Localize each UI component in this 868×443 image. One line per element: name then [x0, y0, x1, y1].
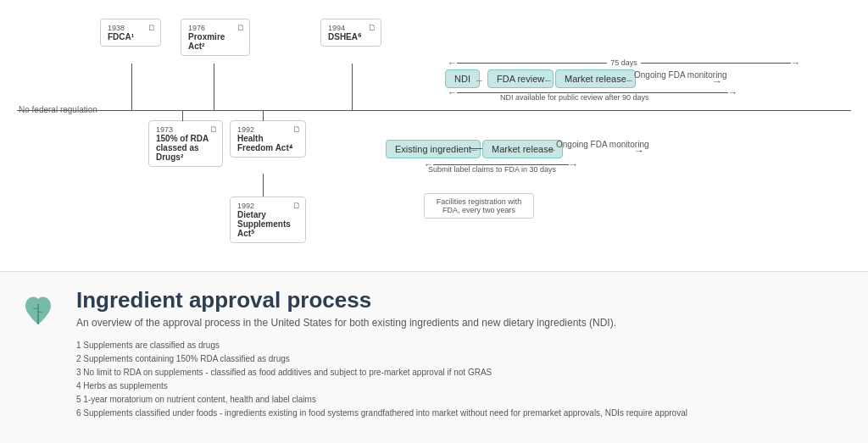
page-title: Ingredient approval process: [76, 287, 851, 313]
info-content: Ingredient approval process An overview …: [76, 287, 851, 435]
footnote-5: 5 1-year moratorium on nutrient content,…: [76, 393, 851, 407]
proxmire-card: 🗋 1976 Proxmire Act²: [181, 19, 250, 56]
dash2: –: [545, 75, 551, 86]
dash3: –: [626, 75, 632, 86]
ndi-box: NDI: [445, 69, 480, 88]
footnote-1: 1 Supplements are classified as drugs: [76, 339, 851, 352]
footnotes: 1 Supplements are classified as drugs 2 …: [76, 339, 851, 420]
doc-icon2: 🗋: [236, 23, 245, 32]
dshea-to-line: [352, 69, 353, 111]
main-timeline-line: [17, 110, 851, 111]
dash1: –: [476, 75, 482, 86]
doc-icon3: 🗋: [368, 23, 376, 32]
doc-icon: 🗋: [147, 23, 156, 32]
health-freedom-card: 🗋 1992 Health Freedom Act⁴: [230, 120, 306, 158]
info-subtitle: An overview of the approval process in t…: [76, 317, 851, 329]
fdca-vline: [131, 64, 132, 111]
footnote-2: 2 Supplements containing 150% RDA classi…: [76, 352, 851, 366]
logo: [17, 289, 59, 331]
dash5: –: [549, 144, 555, 156]
rda-vline: [182, 111, 183, 121]
proxmire-vline: [214, 64, 214, 111]
hf-vline: [263, 111, 264, 121]
doc-icon6: 🗋: [292, 201, 301, 210]
dshea-card: 🗋 1994 DSHEA⁶: [320, 19, 381, 47]
doc-icon4: 🗋: [209, 125, 218, 134]
facilities-box: Facilities registration with FDA, every …: [424, 193, 534, 219]
footnote-6: 6 Supplements classified under foods - i…: [76, 407, 851, 420]
market-release-upper-box: Market release: [555, 69, 636, 88]
fda-review-box: FDA review: [487, 69, 554, 88]
dash4: –: [471, 144, 477, 156]
timeline-area: No federal regulation 🗋 1938 FDCA¹ 🗋 197…: [0, 0, 868, 269]
footnote-4: 4 Herbs as supplements: [76, 379, 851, 393]
existing-ingredient-box: Existing ingredient: [386, 140, 481, 158]
ongoing-arrow-lower: →: [634, 145, 644, 157]
footnote-3: 3 No limit to RDA on supplements - class…: [76, 366, 851, 379]
info-section: Ingredient approval process An overview …: [0, 271, 868, 443]
fdca-card: 🗋 1938 FDCA¹: [100, 19, 161, 47]
rda-card: 🗋 1973 150% of RDA classed as Drugs²: [148, 120, 223, 167]
no-fed-label: No federal regulation: [19, 105, 97, 114]
75days-row: ← 75 days →: [448, 58, 800, 68]
ongoing-arrow-upper: →: [712, 75, 722, 87]
label-claims-label: Submit label claims to FDA in 30 days: [428, 165, 556, 174]
doc-icon5: 🗋: [292, 125, 301, 134]
ndi-public-label: NDI available for public review after 90…: [500, 93, 649, 102]
dietary-supplements-card: 🗋 1992 Dietary Supplements Act⁵: [230, 197, 306, 243]
ds-vline: [263, 174, 264, 197]
